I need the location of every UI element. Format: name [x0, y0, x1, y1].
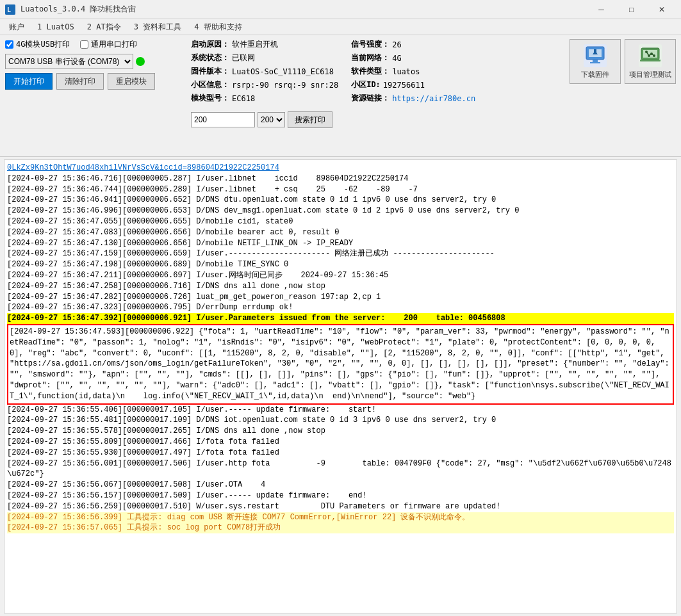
- log-line: [2024-09-27 15:36:47.211][000000006.697]…: [7, 270, 674, 281]
- current-network-label: 当前网络：: [351, 53, 390, 63]
- checkbox-serial-text: 通用串口打印: [91, 39, 137, 50]
- firmware-version-value: LuatOS-SoC_V1110_EC618: [232, 67, 334, 76]
- toolbar-middle: 启动原因： 软件重启开机 系统状态： 已联网 固件版本： LuatOS-SoC_…: [191, 39, 563, 128]
- signal-strength-label: 信号强度：: [351, 39, 390, 50]
- signal-strength-value: 26: [392, 40, 401, 49]
- software-type-value: luatos: [392, 67, 420, 76]
- log-line: [2024-09-27 15:36:47.392][000000006.921]…: [7, 313, 674, 324]
- system-status-label: 系统状态：: [191, 53, 229, 63]
- clear-print-button[interactable]: 清除打印: [56, 73, 104, 90]
- checkbox-serial[interactable]: [80, 40, 88, 49]
- project-management-label: 项目管理测试: [629, 70, 671, 79]
- current-network-value: 4G: [392, 54, 401, 63]
- app-icon: L: [5, 4, 15, 15]
- main-content: 0LkZx9Kn3tOhtW7uod48xhilVNrVsScV&iccid=8…: [0, 157, 681, 616]
- log-area[interactable]: 0LkZx9Kn3tOhtW7uod48xhilVNrVsScV&iccid=8…: [4, 159, 677, 613]
- menu-luatos[interactable]: 1 LuatOS: [31, 20, 81, 33]
- log-line: [2024-09-27 15:36:47.282][000000006.726]…: [7, 292, 674, 303]
- svg-rect-5: [593, 60, 598, 62]
- log-line: [2024-09-27 15:36:56.259][000000017.510]…: [7, 501, 674, 512]
- app-title: Luatools_3.0.4 降功耗找合宙: [21, 4, 136, 15]
- checkbox-usb[interactable]: [5, 40, 13, 49]
- com-port-select[interactable]: COM78 USB 串行设备 (COM78): [5, 54, 133, 69]
- menu-bar: 账户 1 LuatOS 2 AT指令 3 资料和工具 4 帮助和支持: [0, 19, 681, 35]
- log-line: [2024-09-27 15:36:55.481][000000017.109]…: [7, 415, 674, 426]
- cell-info-label: 小区信息：: [191, 79, 229, 90]
- start-print-button[interactable]: 开始打印: [5, 73, 53, 90]
- startup-reason-value: 软件重启开机: [232, 39, 278, 50]
- log-line: [2024-09-27 15:36:46.744][000000005.289]…: [7, 184, 674, 195]
- toolbar: 4G模块USB打印 通用串口打印 COM78 USB 串行设备 (COM78) …: [0, 35, 681, 157]
- search-print-button[interactable]: 搜索打印: [288, 111, 332, 128]
- log-line: [2024-09-27 15:36:56.001][000000017.506]…: [7, 458, 674, 480]
- menu-at[interactable]: 2 AT指令: [81, 20, 127, 35]
- svg-point-17: [648, 54, 650, 57]
- title-bar: L Luatools_3.0.4 降功耗找合宙 ─ □ ✕: [0, 0, 681, 19]
- svg-point-18: [650, 53, 653, 55]
- log-line: [2024-09-27 15:36:56.067][000000017.508]…: [7, 480, 674, 490]
- svg-rect-8: [594, 49, 596, 53]
- search-input[interactable]: [191, 112, 255, 127]
- module-type-label: 模块型号：: [191, 93, 229, 104]
- restart-module-button[interactable]: 重启模块: [108, 73, 155, 90]
- window-controls: ─ □ ✕: [587, 0, 676, 19]
- checkbox-row: 4G模块USB打印 通用串口打印: [5, 39, 185, 50]
- log-line[interactable]: 0LkZx9Kn3tOhtW7uod48xhilVNrVsScV&iccid=8…: [7, 163, 674, 174]
- download-firmware-icon: [584, 44, 607, 67]
- log-line: [2024-09-27 15:36:47.055][000000006.655]…: [7, 216, 674, 227]
- svg-rect-6: [590, 62, 600, 63]
- svg-point-16: [645, 51, 648, 53]
- log-line: [2024-09-27 15:36:55.578][000000017.265]…: [7, 426, 674, 437]
- action-buttons: 开始打印 清除打印 重启模块: [5, 73, 185, 90]
- menu-help[interactable]: 4 帮助和支持: [188, 20, 248, 35]
- svg-point-19: [653, 54, 655, 57]
- svg-rect-12: [640, 60, 660, 61]
- search-dropdown[interactable]: 200: [258, 112, 285, 127]
- menu-account[interactable]: 账户: [3, 20, 31, 35]
- log-line: [2024-09-27 15:36:47.593][000000006.922]…: [7, 324, 674, 405]
- project-management-icon: [639, 44, 662, 67]
- info-right: 信号强度： 26 当前网络： 4G 软件类型： luatos 小区ID: 192…: [351, 39, 475, 104]
- info-left: 启动原因： 软件重启开机 系统状态： 已联网 固件版本： LuatOS-SoC_…: [191, 39, 338, 104]
- resource-link-value[interactable]: https://air780e.cn: [392, 94, 475, 103]
- large-btn-row: 下载固件: [570, 39, 676, 84]
- log-line: [2024-09-27 15:36:47.198][000000006.689]…: [7, 259, 674, 270]
- system-status-value: 已联网: [232, 53, 255, 63]
- log-line: [2024-09-27 15:36:46.716][000000005.287]…: [7, 174, 674, 184]
- cell-info-value: rsrp:-90 rsrq:-9 snr:28: [232, 81, 338, 90]
- log-line: [2024-09-27 15:36:46.996][000000006.653]…: [7, 206, 674, 216]
- log-line: [2024-09-27 15:36:47.258][000000006.716]…: [7, 281, 674, 292]
- connection-status-dot: [136, 57, 145, 66]
- checkbox-usb-label: 4G模块USB打印: [5, 39, 70, 50]
- log-line: [2024-09-27 15:36:57.065] 工具提示: soc log …: [7, 523, 674, 533]
- cell-id-label: 小区ID:: [351, 79, 381, 90]
- log-line: [2024-09-27 15:36:46.941][000000006.652]…: [7, 195, 674, 206]
- log-line: [2024-09-27 15:36:47.083][000000006.656]…: [7, 227, 674, 238]
- cell-id-value: 192756611: [383, 81, 425, 90]
- log-line: [2024-09-27 15:36:47.159][000000006.659]…: [7, 248, 674, 259]
- svg-text:L: L: [7, 6, 11, 13]
- close-button[interactable]: ✕: [647, 0, 676, 19]
- checkbox-serial-label: 通用串口打印: [80, 39, 137, 50]
- log-line: [2024-09-27 15:36:55.809][000000017.466]…: [7, 437, 674, 448]
- toolbar-left: 4G模块USB打印 通用串口打印 COM78 USB 串行设备 (COM78) …: [5, 39, 185, 90]
- maximize-button[interactable]: □: [617, 0, 646, 19]
- log-line: [2024-09-27 15:36:55.406][000000017.105]…: [7, 405, 674, 416]
- startup-reason-label: 启动原因：: [191, 39, 229, 50]
- com-select-row: COM78 USB 串行设备 (COM78): [5, 54, 185, 69]
- title-bar-left: L Luatools_3.0.4 降功耗找合宙: [5, 4, 136, 15]
- toolbar-right: 下载固件: [570, 39, 676, 84]
- log-line: [2024-09-27 15:36:47.323][000000006.795]…: [7, 302, 674, 313]
- resource-link-label: 资源链接：: [351, 93, 390, 104]
- module-type-value: EC618: [232, 94, 255, 103]
- download-firmware-button[interactable]: 下载固件: [570, 39, 621, 84]
- menu-resources[interactable]: 3 资料和工具: [127, 20, 188, 35]
- log-line: [2024-09-27 15:36:55.930][000000017.497]…: [7, 448, 674, 458]
- software-type-label: 软件类型：: [351, 66, 390, 77]
- log-line: [2024-09-27 15:36:47.130][000000006.656]…: [7, 238, 674, 249]
- firmware-version-label: 固件版本：: [191, 66, 229, 77]
- checkbox-usb-text: 4G模块USB打印: [16, 39, 70, 50]
- project-management-button[interactable]: 项目管理测试: [625, 39, 676, 84]
- minimize-button[interactable]: ─: [587, 0, 616, 19]
- log-line: [2024-09-27 15:36:56.157][000000017.509]…: [7, 490, 674, 501]
